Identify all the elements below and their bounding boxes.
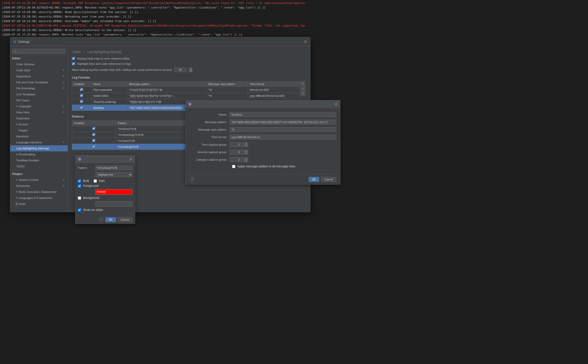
sidebar-item-file-types[interactable]: File Types [10, 97, 68, 103]
symfony-help-button[interactable]: ? [189, 177, 194, 182]
row-enabled-checkbox[interactable] [80, 100, 83, 103]
sidebar-item-todo[interactable]: TODO [10, 163, 68, 169]
sf-message-pattern-input[interactable] [230, 120, 336, 125]
dialog-close-button[interactable]: ✕ [304, 39, 307, 44]
log-line: [2020-07-29 17:25:08] request.INFO: Matc… [2, 33, 586, 37]
sidebar-item-inspections[interactable]: Inspections ⚙ [10, 73, 68, 79]
time-capture-down[interactable]: ▼ [245, 145, 248, 147]
sidebar-item-live-templates[interactable]: Live Templates [10, 91, 68, 97]
sidebar-item-proofreading[interactable]: ▶ Proofreading [10, 151, 68, 157]
pattern-help-button[interactable]: ? [99, 217, 104, 222]
table-row[interactable]: IntelliJ IDEA ^([[\[]+)([[\d]+)]\s*([\w*… [72, 93, 300, 99]
italic-checkbox[interactable] [94, 179, 97, 183]
sf-start-pattern-input[interactable] [230, 127, 336, 132]
sidebar-item-editor[interactable]: Editor [10, 55, 68, 61]
pattern-ok-button[interactable]: OK [105, 217, 116, 222]
sf-time-capture-label: Time capture group: [189, 143, 230, 146]
time-capture-up[interactable]: ▲ [245, 142, 248, 145]
sf-message-pattern-row: Message pattern: [189, 120, 336, 125]
spinner-down[interactable]: ▼ [189, 70, 192, 72]
severity-capture-down[interactable]: ▼ [245, 152, 248, 155]
help-button[interactable]: ? [14, 202, 19, 207]
row-start-pattern: ^\d [206, 93, 248, 99]
sidebar-item-language-injections[interactable]: Language Injections ⚙ [10, 139, 68, 145]
spinner-up[interactable]: ▲ [189, 67, 192, 70]
sidebar-item-log-highlighting[interactable]: Log Highlighting (Ideolog) [10, 145, 68, 151]
pattern-dialog-close[interactable]: ✕ [129, 157, 132, 162]
sf-name-input[interactable] [230, 112, 336, 117]
row-name: Symfony [91, 105, 127, 111]
checkbox-row-heatmap: Display heat map on error stripe/scrollb… [72, 57, 306, 60]
background-checkbox[interactable] [78, 196, 81, 200]
sidebar-item-images[interactable]: Images [10, 127, 68, 133]
sidebar-item-code-style[interactable]: Code Style ⚙ [10, 67, 68, 73]
sf-time-format-row: Time format: [189, 135, 336, 140]
sf-time-capture-input[interactable] [230, 142, 245, 147]
row-enabled-checkbox[interactable] [80, 106, 83, 109]
row-enabled-checkbox[interactable] [80, 94, 83, 97]
bold-checkbox[interactable] [78, 179, 81, 183]
sidebar-item-version-control[interactable]: ▶ Version Control ⚙ [10, 177, 68, 183]
pattern-enabled-checkbox[interactable] [92, 133, 95, 136]
symfony-ok-button[interactable]: OK [309, 177, 319, 182]
row-time-format: HH:mm:ss.SSS [248, 87, 300, 93]
sidebar-item-copyright[interactable]: ▶ Copyright ⚙ [10, 103, 68, 109]
sidebar-section-plugins[interactable]: Plugins [10, 171, 68, 177]
sf-severity-capture-input[interactable] [230, 150, 245, 155]
settings-search-input[interactable] [12, 49, 66, 54]
gear-icon: ⚙ [62, 104, 65, 109]
sf-time-capture-row: Time capture group: ▲ ▼ [189, 142, 336, 147]
category-capture-down[interactable]: ▼ [245, 160, 248, 162]
sidebar-item-directories[interactable]: Directories ⚙ [10, 183, 68, 189]
allow-editing-label: Allow editing log files smaller than (KB… [72, 68, 172, 71]
remove-row-button[interactable]: − [301, 86, 305, 91]
sidebar-item-file-encodings[interactable]: File Encodings ⚙ [10, 85, 68, 91]
sf-category-capture-spinner: ▲ ▼ [230, 157, 248, 162]
table-row[interactable]: Pipe-separated ^(?s)(([^|]*)|([^|]*)|([^… [72, 87, 300, 93]
sidebar-item-emmet[interactable]: ▶ Emmet [10, 121, 68, 127]
stripe-checkbox[interactable] [78, 208, 81, 212]
row-name: TeamCity build log [91, 99, 127, 105]
edit-row-button[interactable]: ✎ [301, 91, 305, 96]
stripe-row: Show on stripe [78, 208, 132, 212]
symfony-dialog-body: Name: Message pattern: Message start pat… [185, 108, 340, 174]
severity-capture-up[interactable]: ▲ [245, 150, 248, 152]
breadcrumb-current: Log Highlighting (Ideolog) [87, 50, 122, 54]
sidebar-item-color-scheme[interactable]: Color Scheme [10, 61, 68, 67]
sidebar-item-build-exec[interactable]: ▶ Build, Execution, Deployment [10, 189, 68, 195]
log-formats-title: Log Formats [72, 76, 306, 79]
pattern-dialog-body: Pattern: Highlight line Highlight line+s… [75, 163, 135, 216]
bold-label: Bold [83, 179, 89, 183]
action-select[interactable]: Highlight line Highlight line+stripe No … [95, 172, 132, 177]
sf-time-format-input[interactable] [230, 135, 336, 140]
sf-category-capture-input[interactable] [230, 157, 245, 162]
foreground-color-box[interactable]: FF0000 [95, 189, 132, 195]
checkbox-heatmap[interactable] [72, 57, 75, 60]
checkbox-highlight-links[interactable] [72, 62, 75, 65]
sidebar-item-file-code-templates[interactable]: File and Code Templates ⚙ [10, 79, 68, 85]
table-actions: + − ✎ [301, 81, 305, 96]
row-enabled-checkbox[interactable] [80, 88, 83, 91]
pattern-enabled-checkbox[interactable] [92, 139, 95, 142]
background-color-box[interactable] [95, 201, 132, 207]
add-row-button[interactable]: + [301, 81, 305, 86]
pattern-enabled-checkbox[interactable] [92, 145, 95, 148]
sidebar-item-textmate[interactable]: TextMate Bundles [10, 157, 68, 163]
log-line: [2020-07-29 14:21:30] security.DEBUG: Us… [2, 19, 586, 24]
allow-editing-input[interactable] [174, 68, 187, 72]
category-capture-up[interactable]: ▲ [245, 157, 248, 160]
pattern-enabled-checkbox[interactable] [92, 127, 95, 130]
symfony-cancel-button[interactable]: Cancel [321, 177, 336, 182]
breadcrumb: Editor › Log Highlighting (Ideolog) [72, 50, 306, 54]
pattern-input[interactable] [95, 166, 132, 170]
sidebar-item-inlay-hints[interactable]: Inlay Hints ⚙ [10, 109, 68, 115]
foreground-checkbox[interactable] [78, 184, 81, 188]
sf-time-format-label: Time format: [189, 136, 230, 139]
sf-apply-checkbox[interactable] [232, 165, 235, 168]
symfony-dialog-icon: 🔮 [188, 103, 192, 106]
pattern-cancel-button[interactable]: Cancel [117, 217, 132, 222]
sidebar-item-intentions[interactable]: Intentions [10, 133, 68, 139]
symfony-dialog-close[interactable]: ✕ [334, 102, 338, 107]
sidebar-item-duplicates[interactable]: Duplicates [10, 115, 68, 121]
sidebar-item-languages[interactable]: ▶ Languages & Frameworks [10, 195, 68, 201]
